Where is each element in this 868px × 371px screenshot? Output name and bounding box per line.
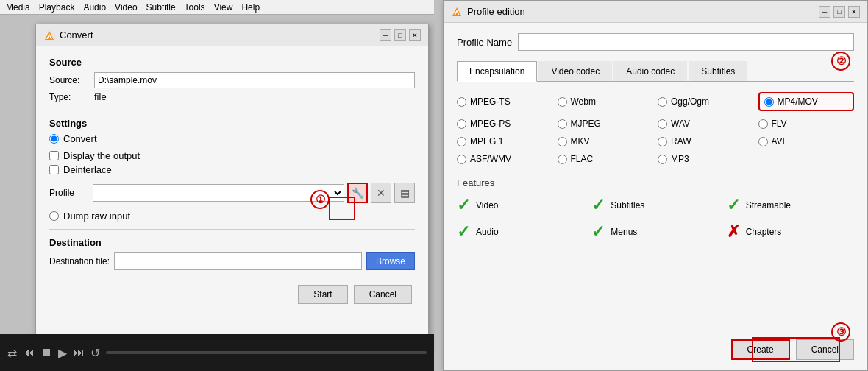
radio-mjpeg[interactable] xyxy=(558,119,567,129)
convert-radio[interactable] xyxy=(49,134,59,144)
type-label: Type: xyxy=(49,92,90,102)
format-ogg[interactable]: Ogg/Ogm xyxy=(658,92,754,111)
radio-flv[interactable] xyxy=(758,119,768,129)
radio-mpeg-ts[interactable] xyxy=(457,97,466,107)
deinterlace-checkbox[interactable] xyxy=(49,165,59,174)
close-button[interactable]: ✕ xyxy=(409,29,421,41)
deinterlace-row: Deinterlace xyxy=(49,164,415,175)
tab-video-codec[interactable]: Video codec xyxy=(538,61,612,81)
radio-wav[interactable] xyxy=(658,119,667,129)
destination-file-label: Destination file: xyxy=(49,256,110,266)
deinterlace-label: Deinterlace xyxy=(63,164,112,175)
type-value: file xyxy=(94,91,107,102)
next-button[interactable]: ⏭ xyxy=(73,346,85,359)
chapters-check-icon: ✗ xyxy=(727,222,740,241)
format-webm[interactable]: Webm xyxy=(558,92,654,111)
radio-avi[interactable] xyxy=(758,137,768,146)
profile-minimize-button[interactable]: ─ xyxy=(819,6,830,18)
play-button[interactable]: ▶ xyxy=(58,346,67,360)
radio-webm[interactable] xyxy=(558,97,567,107)
repeat-button[interactable]: ↺ xyxy=(90,346,100,360)
menu-tools[interactable]: Tools xyxy=(185,2,205,13)
profile-close-button[interactable]: ✕ xyxy=(848,6,860,18)
profile-vlc-icon xyxy=(451,6,463,18)
source-input[interactable] xyxy=(94,72,415,88)
tab-audio-codec[interactable]: Audio codec xyxy=(613,61,687,81)
radio-flac[interactable] xyxy=(558,155,567,164)
display-output-checkbox[interactable] xyxy=(49,151,59,160)
profile-edit-button[interactable]: 🔧 xyxy=(347,183,368,203)
profile-bottom-buttons: Create Cancel xyxy=(731,339,854,360)
profile-dropdown[interactable] xyxy=(93,184,344,202)
menu-view[interactable]: View xyxy=(214,2,233,13)
destination-section: Destination Destination file: Browse xyxy=(49,237,415,270)
menu-video[interactable]: Video xyxy=(115,2,137,13)
create-button[interactable]: Create xyxy=(731,339,790,360)
menu-playback[interactable]: Playback xyxy=(39,2,75,13)
minimize-button[interactable]: ─ xyxy=(380,29,391,41)
format-wav[interactable]: WAV xyxy=(658,119,754,129)
radio-mp4[interactable] xyxy=(764,97,774,107)
radio-asf[interactable] xyxy=(457,155,466,164)
profile-name-input[interactable] xyxy=(518,33,854,51)
browse-button[interactable]: Browse xyxy=(366,252,415,270)
feature-subtitles-label: Subtitles xyxy=(611,200,644,211)
destination-label: Destination xyxy=(49,237,415,248)
menu-help[interactable]: Help xyxy=(241,2,260,13)
format-raw[interactable]: RAW xyxy=(658,136,754,146)
convert-titlebar: Convert ─ □ ✕ xyxy=(36,24,428,46)
radio-ogg[interactable] xyxy=(658,97,667,107)
format-mp4[interactable]: MP4/MOV xyxy=(758,92,855,111)
tab-encapsulation[interactable]: Encapsulation xyxy=(457,61,537,82)
dump-radio[interactable] xyxy=(49,211,59,221)
display-output-label: Display the output xyxy=(63,150,140,161)
radio-mpeg1[interactable] xyxy=(457,137,466,146)
vlc-menubar: Media Playback Audio Video Subtitle Tool… xyxy=(0,0,434,15)
feature-audio: ✓ Audio xyxy=(457,222,584,241)
vlc-icon xyxy=(43,29,55,41)
menu-audio[interactable]: Audio xyxy=(83,2,106,13)
shuffle-button[interactable]: ⇄ xyxy=(7,346,17,360)
cancel-button[interactable]: Cancel xyxy=(354,285,412,304)
prev-button[interactable]: ⏮ xyxy=(23,346,35,359)
format-mpeg-ps[interactable]: MPEG-PS xyxy=(457,119,553,129)
format-avi[interactable]: AVI xyxy=(758,136,855,146)
profile-save-button[interactable]: ▤ xyxy=(394,183,415,203)
profile-maximize-button[interactable]: □ xyxy=(833,6,845,18)
format-flac[interactable]: FLAC xyxy=(558,154,654,164)
format-mpeg-ts[interactable]: MPEG-TS xyxy=(457,92,553,111)
feature-chapters-label: Chapters xyxy=(746,227,782,237)
feature-video: ✓ Video xyxy=(457,196,584,215)
feature-menus: ✓ Menus xyxy=(591,222,719,241)
tab-subtitles[interactable]: Subtitles xyxy=(689,61,747,81)
profile-edition-window: Profile edition ─ □ ✕ Profile Name Encap… xyxy=(443,0,868,371)
display-output-row: Display the output xyxy=(49,150,415,161)
profile-name-label: Profile Name xyxy=(457,37,512,48)
format-flv[interactable]: FLV xyxy=(758,119,855,129)
stop-button[interactable]: ⏹ xyxy=(40,346,52,359)
feature-menus-label: Menus xyxy=(611,227,637,237)
start-button[interactable]: Start xyxy=(298,285,347,304)
format-mjpeg[interactable]: MJPEG xyxy=(558,119,654,129)
menu-subtitle[interactable]: Subtitle xyxy=(146,2,176,13)
settings-section: Settings Convert Display the output Dein… xyxy=(49,118,415,203)
radio-mkv[interactable] xyxy=(558,137,567,146)
radio-raw[interactable] xyxy=(658,137,667,146)
profile-delete-button[interactable]: ✕ xyxy=(371,183,391,203)
format-mkv[interactable]: MKV xyxy=(558,136,654,146)
format-mpeg1[interactable]: MPEG 1 xyxy=(457,136,553,146)
profile-titlebar-controls: ─ □ ✕ xyxy=(819,6,860,18)
features-label: Features xyxy=(457,177,854,188)
maximize-button[interactable]: □ xyxy=(394,29,406,41)
format-asf[interactable]: ASF/WMV xyxy=(457,154,553,164)
profile-cancel-button[interactable]: Cancel xyxy=(796,339,854,360)
radio-mpeg-ps[interactable] xyxy=(457,119,466,129)
profile-titlebar-left: Profile edition xyxy=(451,6,525,18)
menu-media[interactable]: Media xyxy=(6,2,30,13)
player-progress-bar[interactable] xyxy=(106,351,427,354)
convert-radio-label: Convert xyxy=(63,133,97,144)
format-mp3[interactable]: MP3 xyxy=(658,154,754,164)
streamable-check-icon: ✓ xyxy=(727,196,740,215)
radio-mp3[interactable] xyxy=(658,155,667,164)
destination-file-input[interactable] xyxy=(114,252,362,270)
